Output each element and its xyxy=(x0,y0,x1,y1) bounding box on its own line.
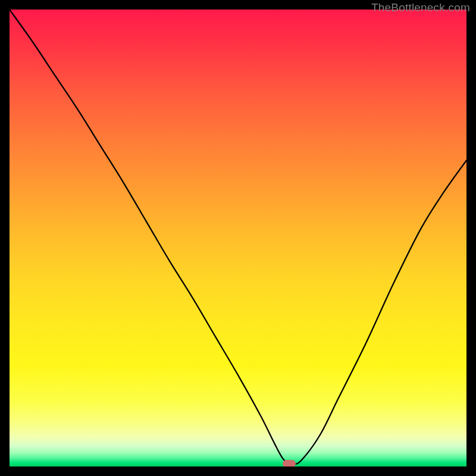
plot-area xyxy=(10,10,466,466)
curve-svg xyxy=(10,10,466,466)
chart-frame: TheBottleneck.com xyxy=(0,0,476,476)
bottleneck-curve xyxy=(10,10,466,464)
watermark-text: TheBottleneck.com xyxy=(371,1,470,14)
minimum-marker xyxy=(283,460,296,466)
